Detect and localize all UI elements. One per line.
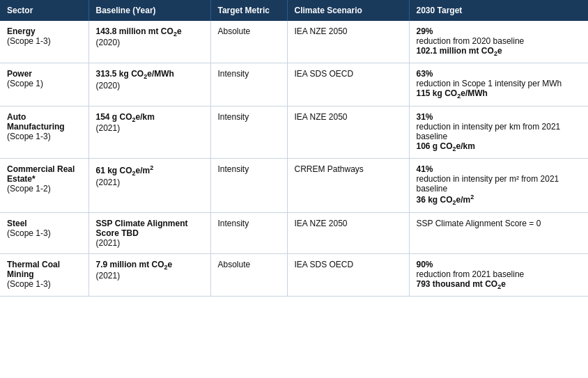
header-baseline: Baseline (Year) xyxy=(88,0,210,21)
header-target: 2030 Target xyxy=(409,0,588,21)
sector-name: Auto Manufacturing xyxy=(7,112,65,132)
target-value: 102.1 million mt CO2e xyxy=(417,46,502,56)
target-cell: 90%reduction from 2021 baseline793 thous… xyxy=(409,253,588,296)
target-desc: reduction in Scope 1 intensity per MWh xyxy=(417,79,562,88)
baseline-cell: 61 kg CO2e/m2(2021) xyxy=(88,159,210,212)
sector-cell: Steel(Scope 1-3) xyxy=(0,212,88,253)
sector-name: Energy xyxy=(7,26,36,36)
baseline-year: (2021) xyxy=(96,178,121,187)
sector-name: Steel xyxy=(7,219,27,228)
target-desc: reduction in intensity per m² from 2021 … xyxy=(417,174,559,194)
sector-name: Thermal Coal Mining xyxy=(7,260,60,279)
metric-cell: Intensity xyxy=(210,106,287,158)
climate-targets-table: Sector Baseline (Year) Target Metric Cli… xyxy=(0,0,588,297)
target-cell: 63%reduction in Scope 1 intensity per MW… xyxy=(409,63,588,106)
baseline-value: SSP Climate Alignment Score TBD xyxy=(96,219,188,238)
sector-cell: Auto Manufacturing(Scope 1-3) xyxy=(0,106,88,158)
metric-cell: Absolute xyxy=(210,21,287,63)
sector-scope: (Scope 1-3) xyxy=(7,228,51,238)
metric-cell: Intensity xyxy=(210,212,287,253)
sector-scope: (Scope 1-3) xyxy=(7,279,51,289)
table-row: Power(Scope 1)313.5 kg CO2e/MWh(2020)Int… xyxy=(0,63,588,106)
scenario-cell: IEA NZE 2050 xyxy=(287,106,409,158)
scenario-cell: IEA NZE 2050 xyxy=(287,212,409,253)
scenario-cell: IEA SDS OECD xyxy=(287,63,409,106)
main-table-container: Sector Baseline (Year) Target Metric Cli… xyxy=(0,0,588,297)
target-cell: SSP Climate Alignment Score = 0 xyxy=(409,212,588,253)
header-sector: Sector xyxy=(0,0,88,21)
baseline-cell: SSP Climate Alignment Score TBD(2021) xyxy=(88,212,210,253)
target-pct: 90% xyxy=(417,260,433,269)
metric-cell: Absolute xyxy=(210,253,287,296)
target-pct: 63% xyxy=(417,69,433,79)
target-desc: reduction in intensity per km from 2021 … xyxy=(417,122,561,141)
sector-name: Commercial Real Estate* xyxy=(7,164,75,184)
target-cell: 31%reduction in intensity per km from 20… xyxy=(409,106,588,158)
baseline-cell: 143.8 million mt CO2e(2020) xyxy=(88,21,210,63)
baseline-value: 154 g CO2e/km xyxy=(96,112,155,122)
sector-scope: (Scope 1-3) xyxy=(7,36,51,46)
baseline-value: 61 kg CO2e/m2 xyxy=(96,166,154,175)
scenario-cell: CRREM Pathways xyxy=(287,159,409,212)
baseline-cell: 313.5 kg CO2e/MWh(2020) xyxy=(88,63,210,106)
baseline-value: 143.8 million mt CO2e xyxy=(96,26,182,36)
target-cell: 29%reduction from 2020 baseline102.1 mil… xyxy=(409,21,588,63)
sector-name: Power xyxy=(7,69,32,79)
baseline-value: 7.9 million mt CO2e xyxy=(96,260,173,269)
sector-scope: (Scope 1-3) xyxy=(7,132,51,141)
table-row: Auto Manufacturing(Scope 1-3)154 g CO2e/… xyxy=(0,106,588,158)
baseline-value: 313.5 kg CO2e/MWh xyxy=(96,69,174,79)
baseline-year: (2021) xyxy=(96,238,121,248)
target-value: 793 thousand mt CO2e xyxy=(417,279,506,289)
metric-cell: Intensity xyxy=(210,159,287,212)
header-scenario: Climate Scenario xyxy=(287,0,409,21)
sector-scope: (Scope 1) xyxy=(7,79,43,88)
target-value: 36 kg CO2e/m2 xyxy=(417,195,474,205)
baseline-year: (2020) xyxy=(96,81,121,90)
target-desc: SSP Climate Alignment Score = 0 xyxy=(417,219,541,228)
sector-cell: Power(Scope 1) xyxy=(0,63,88,106)
sector-scope: (Scope 1-2) xyxy=(7,184,51,194)
target-value: 115 kg CO2e/MWh xyxy=(417,88,488,98)
metric-cell: Intensity xyxy=(210,63,287,106)
scenario-cell: IEA SDS OECD xyxy=(287,253,409,296)
baseline-year: (2020) xyxy=(96,38,121,47)
sector-cell: Energy(Scope 1-3) xyxy=(0,21,88,63)
table-row: Steel(Scope 1-3)SSP Climate Alignment Sc… xyxy=(0,212,588,253)
target-pct: 41% xyxy=(417,164,433,174)
sector-cell: Thermal Coal Mining(Scope 1-3) xyxy=(0,253,88,296)
table-row: Thermal Coal Mining(Scope 1-3)7.9 millio… xyxy=(0,253,588,296)
header-metric: Target Metric xyxy=(210,0,287,21)
target-pct: 29% xyxy=(417,26,433,36)
target-desc: reduction from 2020 baseline xyxy=(417,36,525,46)
sector-cell: Commercial Real Estate*(Scope 1-2) xyxy=(0,159,88,212)
table-row: Energy(Scope 1-3)143.8 million mt CO2e(2… xyxy=(0,21,588,63)
baseline-cell: 7.9 million mt CO2e(2021) xyxy=(88,253,210,296)
target-cell: 41%reduction in intensity per m² from 20… xyxy=(409,159,588,212)
baseline-year: (2021) xyxy=(96,123,121,133)
scenario-cell: IEA NZE 2050 xyxy=(287,21,409,63)
target-desc: reduction from 2021 baseline xyxy=(417,269,525,279)
baseline-cell: 154 g CO2e/km(2021) xyxy=(88,106,210,158)
target-value: 106 g CO2e/km xyxy=(417,141,475,151)
target-pct: 31% xyxy=(417,112,433,122)
table-row: Commercial Real Estate*(Scope 1-2)61 kg … xyxy=(0,159,588,212)
baseline-year: (2021) xyxy=(96,271,121,281)
